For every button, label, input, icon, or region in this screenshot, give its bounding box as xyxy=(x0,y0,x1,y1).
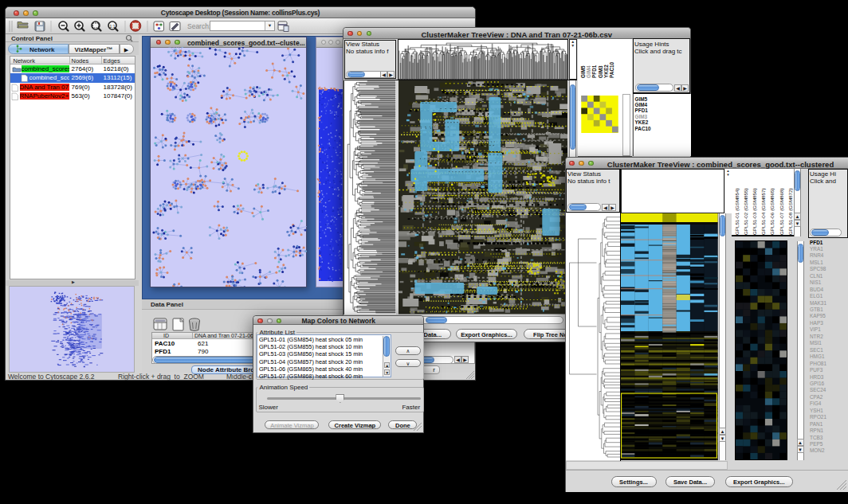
svg-text:1:1: 1:1 xyxy=(110,23,116,28)
